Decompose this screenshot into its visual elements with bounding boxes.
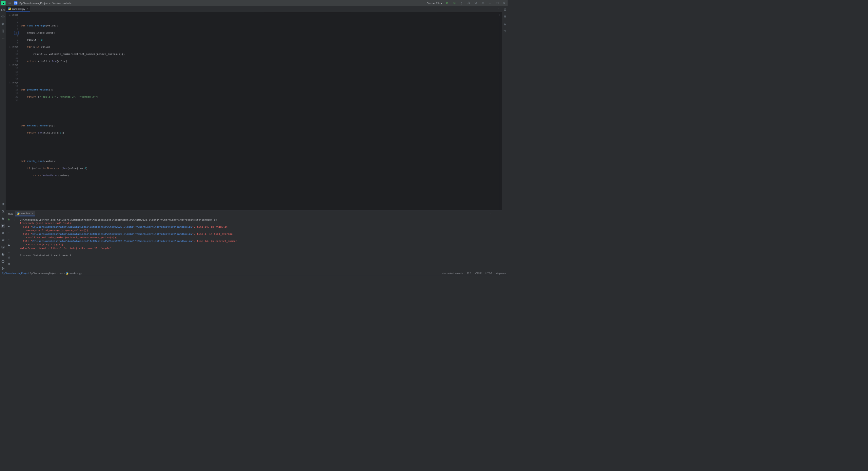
docker-tool-icon[interactable]	[1, 252, 5, 257]
usage-hint: 1 usage	[6, 81, 19, 85]
todo-icon[interactable]	[1, 202, 5, 207]
file-tab-sandbox[interactable]: sandbox.py ✕	[6, 6, 30, 12]
sciview-icon[interactable]	[503, 22, 507, 26]
code-body[interactable]: def find_average(value): check_input(val…	[21, 12, 299, 210]
svg-point-15	[2, 269, 3, 270]
scroll-end-icon[interactable]: ⤓	[7, 249, 11, 253]
svg-point-2	[475, 2, 476, 4]
problems-icon[interactable]	[1, 259, 5, 264]
run-more-sidebar: ⋮	[12, 217, 18, 271]
chevron-down-icon: ▾	[441, 1, 442, 4]
inspection-ok-icon[interactable]: ✓	[499, 14, 500, 17]
search-icon[interactable]	[474, 1, 478, 5]
chevron-right-icon: ›	[64, 272, 64, 274]
status-caret-pos[interactable]: 27:1	[467, 272, 472, 274]
status-line-sep[interactable]: CRLF	[475, 272, 481, 274]
notifications-icon[interactable]	[503, 7, 507, 12]
chevron-down-icon: ▾	[70, 1, 72, 4]
status-encoding[interactable]: UTF-8	[486, 272, 492, 274]
status-indent[interactable]: 4 spaces	[496, 272, 506, 274]
usage-hint: 1 usage	[6, 13, 19, 17]
usage-hint: 1 usage	[6, 45, 19, 49]
traceback-link[interactable]: C:\Users\Administrator\AppData\Local\Jet…	[32, 225, 192, 228]
close-tab-icon[interactable]: ✕	[26, 7, 28, 10]
debug-icon[interactable]	[452, 1, 457, 5]
right-tool-bar	[502, 6, 508, 271]
svg-point-6	[3, 24, 4, 24]
print-icon[interactable]: ⎙	[7, 255, 11, 260]
usage-hint: 1 usage	[6, 63, 19, 67]
bookmarks-icon[interactable]	[1, 29, 5, 33]
services-icon[interactable]	[1, 238, 5, 242]
close-icon[interactable]: ✕	[502, 1, 507, 5]
vcs-tool-icon[interactable]	[1, 266, 5, 271]
tab-filename: sandbox.py	[12, 7, 25, 10]
down-stack-icon[interactable]: ↓	[7, 237, 11, 241]
collaborate-icon[interactable]	[467, 1, 471, 5]
vcs-label: Version control	[53, 1, 70, 4]
status-server[interactable]: <no default server>	[442, 272, 462, 274]
database-icon[interactable]	[503, 15, 507, 19]
run-config-selector[interactable]: Current File ▾	[427, 1, 442, 4]
more-tools-icon[interactable]: ⋯	[1, 36, 5, 40]
project-name-label: PyCharmLearningProject	[19, 1, 48, 4]
project-tool-icon[interactable]	[1, 7, 5, 12]
hamburger-icon[interactable]	[7, 1, 12, 5]
tab-options-icon[interactable]: ⋮	[496, 7, 500, 11]
project-badge: PC	[14, 1, 18, 5]
history-icon[interactable]	[503, 29, 507, 33]
more-actions-icon[interactable]: ⋮	[459, 1, 464, 5]
editor-tabs: sandbox.py ✕ ⋮	[6, 6, 502, 13]
run-panel-options-icon[interactable]: ⋮	[489, 211, 493, 216]
project-selector[interactable]: PyCharmLearningProject ▾	[19, 1, 50, 4]
run-tab-label: sandbox	[21, 212, 31, 215]
structure-tool-icon[interactable]	[1, 22, 5, 26]
breadcrumb-segment[interactable]: PyCharmLearningProject	[2, 272, 28, 274]
rerun-icon[interactable]: ↻	[7, 218, 11, 222]
breadcrumb-segment[interactable]: sandbox.py	[70, 272, 82, 274]
run-tool-icon[interactable]	[1, 224, 5, 228]
value-error: ValueError: invalid literal for int() wi…	[20, 247, 111, 250]
chevron-down-icon: ▾	[49, 1, 51, 4]
run-sidebar: ↻ ■ ↑ ↓ ⇆ ⤓ ⎙ 🗑	[6, 217, 12, 271]
left-tool-bar: ⋯	[0, 6, 6, 271]
hide-panel-icon[interactable]: ─	[495, 211, 500, 216]
debug-tool-icon[interactable]	[1, 231, 5, 235]
run-icon[interactable]	[445, 1, 450, 5]
clear-icon[interactable]: 🗑	[7, 262, 11, 266]
terminal-tool-icon[interactable]	[1, 245, 5, 249]
minimize-icon[interactable]: ─	[488, 1, 492, 5]
vcs-menu[interactable]: Version control ▾	[53, 1, 72, 4]
svg-rect-9	[2, 246, 4, 248]
breadcrumb[interactable]: PyCharmLearningProjectPyCharmLearningPro…	[2, 272, 82, 274]
app-logo[interactable]: ◆	[1, 1, 6, 5]
traceback-link[interactable]: C:\Users\Administrator\AppData\Local\Jet…	[32, 232, 192, 236]
breadcrumb-segment[interactable]: src	[60, 272, 63, 274]
soft-wrap-icon[interactable]: ⇆	[7, 243, 11, 247]
exit-code: Process finished with exit code 1	[20, 254, 71, 257]
code-minimap[interactable]	[499, 12, 502, 210]
run-output[interactable]: D:\Anaconda3\python.exe C:\Users\Adminis…	[18, 217, 502, 271]
run-cmd-line: D:\Anaconda3\python.exe C:\Users\Adminis…	[20, 218, 217, 221]
python-console-icon[interactable]	[1, 217, 5, 221]
settings-icon[interactable]	[481, 1, 485, 5]
stop-icon[interactable]: ■	[7, 224, 11, 228]
run-more-icon[interactable]: ⋮	[13, 218, 17, 222]
python-file-icon	[17, 212, 19, 214]
close-run-tab-icon[interactable]: ✕	[32, 212, 33, 214]
traceback-link[interactable]: C:\Users\Administrator\AppData\Local\Jet…	[32, 240, 192, 243]
run-panel: Run sandbox ✕ ⋮ ─ ↻ ■ ↑ ↓ ⇆ ⤓ ⎙	[6, 210, 502, 271]
svg-point-7	[2, 210, 3, 212]
svg-point-4	[2, 23, 2, 23]
chevron-right-icon: ›	[58, 272, 58, 274]
up-stack-icon[interactable]: ↑	[7, 230, 11, 234]
find-icon[interactable]	[1, 209, 5, 214]
restore-icon[interactable]: ❐	[495, 1, 499, 5]
python-file-icon	[8, 7, 11, 10]
code-editor[interactable]: ✓ 1 usage 1234 5 678 1 usage 9101112 1 u…	[6, 12, 502, 210]
learn-icon[interactable]	[1, 15, 5, 19]
svg-point-17	[504, 16, 506, 16]
run-tab[interactable]: sandbox ✕	[15, 211, 35, 216]
svg-rect-12	[2, 253, 3, 254]
run-config-label: Current File	[427, 1, 440, 4]
